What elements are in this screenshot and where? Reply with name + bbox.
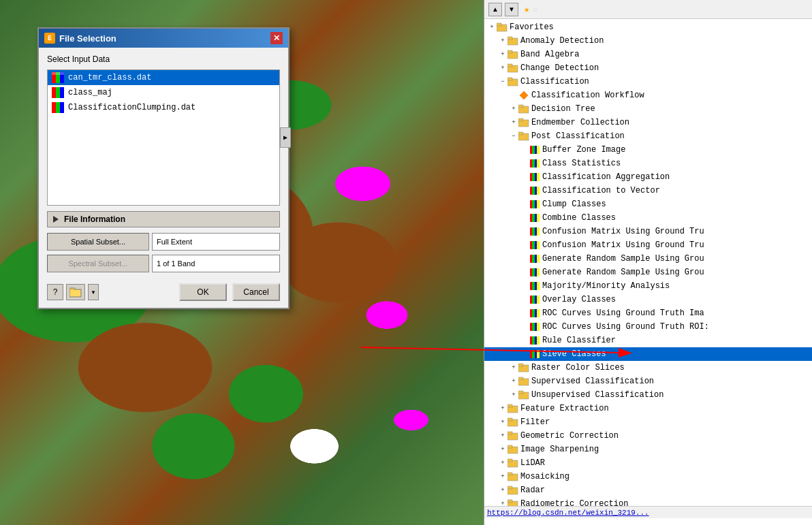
expand-geometric[interactable]: + — [498, 431, 507, 441]
svg-rect-32 — [518, 377, 523, 380]
label-endmember-collection: Endmember Collection — [531, 118, 629, 127]
tree-item-class-statistics[interactable]: Class Statistics — [484, 157, 812, 170]
tree-item-favorites[interactable]: + Favorites — [484, 20, 812, 34]
folder-icon-favorites — [497, 22, 507, 32]
expand-unsupervised[interactable]: + — [509, 390, 518, 400]
tree-item-supervised[interactable]: + Supervised Classification — [484, 375, 812, 388]
file-item-2[interactable]: ClassificationClumping.dat — [48, 100, 279, 115]
dialog-title-left: E File Selection — [44, 33, 116, 44]
tree-item-radiometric-correction[interactable]: + Radiometric Correction — [484, 497, 812, 506]
tree-item-classification-to-vector[interactable]: Classification to Vector — [484, 184, 812, 197]
spacer-class-agg — [520, 172, 529, 182]
expand-post-classification[interactable]: − — [509, 131, 518, 141]
folder-icon-anomaly — [507, 36, 518, 46]
dialog-close-button[interactable]: ✕ — [270, 32, 283, 44]
expand-classification[interactable]: − — [498, 77, 507, 86]
label-classification-aggregation: Classification Aggregation — [542, 172, 670, 182]
expand-decision-tree[interactable]: + — [509, 104, 518, 114]
tree-item-confusion-matrix-1[interactable]: Confusion Matrix Using Ground Tru — [484, 225, 812, 238]
spacer-conf2 — [520, 240, 529, 250]
tree-item-clump-classes[interactable]: Clump Classes — [484, 197, 812, 211]
svg-rect-4 — [52, 87, 56, 98]
folder-icon-band-algebra — [507, 50, 518, 59]
expand-raster[interactable]: + — [509, 363, 518, 372]
file-item-1[interactable]: class_maj — [48, 85, 279, 100]
label-unsupervised-classification: Unsupervised Classification — [531, 390, 663, 400]
tree-item-classification-workflow[interactable]: Classification Workflow — [484, 89, 812, 102]
tree-item-random-sample-1[interactable]: Generate Random Sample Using Grou — [484, 252, 812, 266]
help-button[interactable]: ? — [47, 284, 63, 300]
tree-item-image-sharpening[interactable]: + Image Sharpening — [484, 443, 812, 456]
svg-rect-28 — [518, 132, 523, 135]
expand-favorites[interactable]: + — [487, 22, 497, 32]
file-list[interactable]: can_tmr_class.dat class_maj — [47, 69, 280, 206]
file-icon-0 — [52, 72, 64, 83]
tree-item-unsupervised[interactable]: + Unsupervised Classification — [484, 388, 812, 402]
tree-item-roc-curves-2[interactable]: ROC Curves Using Ground Truth ROI: — [484, 320, 812, 334]
tree-item-buffer-zone[interactable]: Buffer Zone Image — [484, 143, 812, 157]
tree-item-decision-tree[interactable]: + Decision Tree — [484, 102, 812, 116]
tree-item-random-sample-2[interactable]: Generate Random Sample Using Grou — [484, 266, 812, 279]
tree-item-band-algebra[interactable]: + Band Algebra — [484, 48, 812, 61]
expand-image-sharp[interactable]: + — [498, 445, 507, 454]
label-generate-random-sample-2: Generate Random Sample Using Grou — [542, 268, 704, 277]
expand-filter[interactable]: + — [498, 417, 507, 427]
tree-item-roc-curves-1[interactable]: ROC Curves Using Ground Truth Ima — [484, 306, 812, 320]
expand-anomaly[interactable]: + — [498, 36, 507, 46]
tree-item-feature-extraction[interactable]: + Feature Extraction — [484, 402, 812, 415]
label-generate-random-sample-1: Generate Random Sample Using Grou — [542, 254, 704, 264]
item-icon-rand1 — [529, 254, 540, 264]
label-radar: Radar — [520, 486, 545, 495]
tree-item-mosaicking[interactable]: + Mosaicking — [484, 470, 812, 483]
tree-item-confusion-matrix-2[interactable]: Confusion Matrix Using Ground Tru — [484, 238, 812, 252]
scroll-down-button[interactable]: ▼ — [505, 3, 518, 16]
tree-item-sieve-classes[interactable]: Sieve Classes — [484, 347, 812, 361]
bottom-link-bar[interactable]: https://blog.csdn.net/weixin_3219... — [484, 506, 812, 518]
tree-item-anomaly-detection[interactable]: + Anomaly Detection — [484, 34, 812, 48]
spatial-subset-button[interactable]: Spatial Subset... — [47, 233, 149, 251]
cancel-button[interactable]: Cancel — [232, 283, 280, 301]
label-change-detection: Change Detection — [520, 63, 599, 73]
tree-item-endmember-collection[interactable]: + Endmember Collection — [484, 116, 812, 129]
expand-endmember[interactable]: + — [509, 118, 518, 127]
expand-lidar[interactable]: + — [498, 458, 507, 468]
file-item-0[interactable]: can_tmr_class.dat — [48, 70, 279, 85]
folder-icon-supervised — [518, 377, 529, 386]
dropdown-button[interactable]: ▼ — [88, 284, 99, 300]
folder-icon-raster — [518, 363, 529, 372]
scroll-up-button[interactable]: ▲ — [488, 3, 502, 16]
folder-icon-decision-tree — [518, 104, 529, 114]
expand-change-detection[interactable]: + — [498, 63, 507, 73]
expand-radiometric[interactable]: + — [498, 499, 507, 506]
tree-item-rule-classifier[interactable]: Rule Classifier — [484, 334, 812, 347]
tree-item-radar[interactable]: + Radar — [484, 483, 812, 497]
svg-rect-44 — [507, 459, 512, 462]
expand-feature[interactable]: + — [498, 404, 507, 413]
item-icon-rand2 — [529, 268, 540, 277]
panel-expand-arrow[interactable]: ▶ — [280, 127, 291, 148]
expand-radar[interactable]: + — [498, 486, 507, 495]
tree-item-majority-minority[interactable]: Majority/Minority Analysis — [484, 279, 812, 293]
expand-band-algebra[interactable]: + — [498, 50, 507, 59]
tree-item-geometric-correction[interactable]: + Geometric Correction — [484, 429, 812, 443]
tree-item-change-detection[interactable]: + Change Detection — [484, 61, 812, 75]
svg-rect-48 — [507, 486, 512, 489]
tree-item-post-classification[interactable]: − Post Classification — [484, 129, 812, 143]
tree-item-classification-aggregation[interactable]: Classification Aggregation — [484, 170, 812, 184]
tree-item-raster-color-slices[interactable]: + Raster Color Slices — [484, 361, 812, 375]
folder-open-icon — [69, 287, 82, 298]
expand-mosaicking[interactable]: + — [498, 472, 507, 481]
tree-item-combine-classes[interactable]: Combine Classes — [484, 211, 812, 225]
label-favorites: Favorites — [510, 22, 554, 32]
expand-supervised[interactable]: + — [509, 377, 518, 386]
label-post-classification: Post Classification — [531, 131, 625, 141]
tree-item-classification[interactable]: − Classification — [484, 75, 812, 89]
file-information-section[interactable]: File Information — [47, 211, 280, 227]
tree-item-lidar[interactable]: + LiDAR — [484, 456, 812, 470]
ok-button[interactable]: OK — [179, 283, 227, 301]
tree-item-filter[interactable]: + Filter — [484, 415, 812, 429]
tree-item-overlay-classes[interactable]: Overlay Classes — [484, 293, 812, 306]
open-folder-button[interactable] — [66, 284, 85, 300]
tree-container[interactable]: + Favorites + Anomaly Detection + Band A… — [484, 19, 812, 506]
svg-rect-16 — [507, 37, 512, 39]
